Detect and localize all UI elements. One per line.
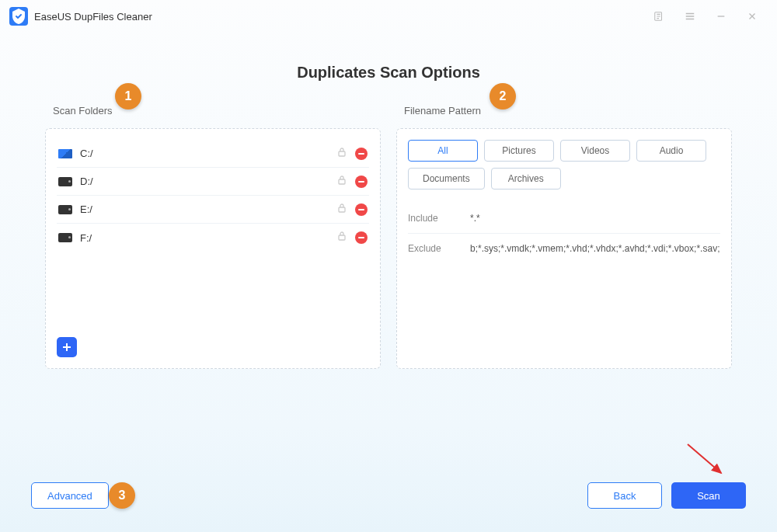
app-logo	[9, 7, 28, 26]
scan-folders-box: C:/ D:/ E:/ F:/	[45, 128, 381, 369]
minimize-icon[interactable]	[706, 5, 737, 28]
include-value[interactable]: *.*	[470, 213, 720, 224]
lock-icon[interactable]	[336, 147, 347, 161]
drive-icon	[58, 177, 72, 186]
exclude-value[interactable]: b;*.sys;*.vmdk;*.vmem;*.vhd;*.vhdx;*.avh…	[470, 243, 720, 254]
filename-pattern-panel: 2 Filename Pattern AllPicturesVideosAudi…	[396, 105, 732, 369]
scan-folders-panel: 1 Scan Folders C:/ D:/ E:/ F:/	[45, 105, 381, 369]
add-folder-button[interactable]	[57, 337, 77, 357]
advanced-button[interactable]: Advanced	[31, 482, 109, 509]
folder-name: E:/	[80, 203, 336, 215]
filename-pattern-box: AllPicturesVideosAudioDocumentsArchives …	[396, 128, 732, 369]
lock-icon[interactable]	[336, 175, 347, 189]
folder-row[interactable]: F:/	[57, 224, 369, 252]
folder-row[interactable]: D:/	[57, 168, 369, 196]
remove-folder-button[interactable]	[355, 148, 368, 160]
page-title: Duplicates Scan Options	[0, 64, 777, 82]
lock-icon[interactable]	[336, 231, 347, 245]
step-badge-1: 1	[115, 83, 141, 110]
pattern-btn-archives[interactable]: Archives	[491, 168, 561, 190]
back-button[interactable]: Back	[587, 482, 662, 509]
folder-name: D:/	[80, 176, 336, 187]
close-icon[interactable]	[737, 5, 768, 28]
exclude-label: Exclude	[408, 243, 470, 254]
folder-row[interactable]: C:/	[57, 140, 369, 168]
folder-name: F:/	[80, 232, 336, 244]
arrow-annotation	[684, 440, 730, 479]
drive-icon	[58, 205, 72, 214]
menu-icon[interactable]	[674, 5, 706, 28]
folder-row[interactable]: E:/	[57, 196, 369, 224]
pattern-btn-videos[interactable]: Videos	[560, 140, 630, 162]
pattern-btn-audio[interactable]: Audio	[636, 140, 706, 162]
notes-icon[interactable]	[643, 5, 674, 28]
svg-line-5	[688, 444, 721, 473]
remove-folder-button[interactable]	[355, 203, 368, 216]
svg-rect-4	[339, 235, 345, 240]
titlebar: EaseUS DupFiles Cleaner	[0, 0, 777, 33]
remove-folder-button[interactable]	[355, 176, 368, 188]
drive-icon	[58, 149, 72, 158]
svg-rect-2	[339, 179, 345, 184]
app-title: EaseUS DupFiles Cleaner	[34, 11, 152, 23]
drive-icon	[58, 233, 72, 242]
pattern-btn-pictures[interactable]: Pictures	[484, 140, 554, 162]
filename-pattern-label: Filename Pattern	[404, 105, 732, 116]
scan-folders-label: Scan Folders	[53, 105, 381, 116]
lock-icon[interactable]	[336, 203, 347, 217]
step-badge-2: 2	[490, 83, 516, 110]
remove-folder-button[interactable]	[355, 231, 368, 244]
step-badge-3: 3	[109, 482, 135, 509]
include-label: Include	[408, 213, 470, 224]
svg-rect-3	[339, 207, 345, 212]
pattern-btn-documents[interactable]: Documents	[408, 168, 485, 190]
scan-button[interactable]: Scan	[671, 482, 746, 509]
svg-rect-1	[339, 151, 345, 156]
folder-name: C:/	[80, 148, 336, 159]
pattern-btn-all[interactable]: All	[408, 140, 478, 162]
